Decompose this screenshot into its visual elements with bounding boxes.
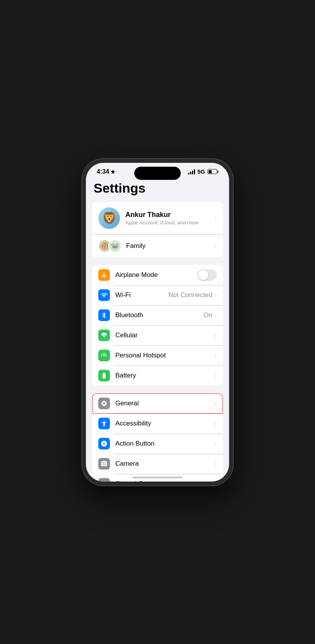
system-settings-card: General › Accessibility › Action But xyxy=(92,393,223,482)
page-title: Settings xyxy=(92,178,223,202)
profile-info: Ankur Thakur Apple Account, iCloud, and … xyxy=(125,211,215,225)
status-bar: 4:34 5G xyxy=(86,163,229,178)
wifi-value: Not Connected xyxy=(168,291,212,299)
family-avatar-2: 🐭 xyxy=(108,239,122,253)
toggle-knob xyxy=(198,270,208,280)
family-chevron: › xyxy=(215,243,217,249)
battery-label: Battery xyxy=(115,372,215,379)
control-center-icon xyxy=(98,478,110,482)
battery-icon xyxy=(207,169,218,174)
battery-body xyxy=(207,169,217,174)
airplane-icon xyxy=(98,269,110,281)
accessibility-label: Accessibility xyxy=(115,420,215,427)
wifi-chevron: › xyxy=(215,292,217,299)
general-label: General xyxy=(115,400,215,407)
time-display: 4:34 xyxy=(97,168,109,175)
hotspot-icon xyxy=(98,350,110,361)
hotspot-label: Personal Hotspot xyxy=(115,352,215,359)
battery-row[interactable]: Battery › xyxy=(92,366,223,386)
control-center-label: Control Center xyxy=(115,480,215,482)
action-button-chevron: › xyxy=(215,440,217,447)
airplane-mode-toggle[interactable] xyxy=(197,269,217,281)
bluetooth-label: Bluetooth xyxy=(115,311,204,319)
camera-chevron: › xyxy=(215,460,217,467)
avatar-emoji: 🦁 xyxy=(102,211,116,225)
camera-row[interactable]: Camera › xyxy=(92,454,223,474)
family-avatars: 🐵 🐭 xyxy=(98,239,122,253)
battery-setting-icon xyxy=(98,370,110,381)
status-time: 4:34 xyxy=(97,168,115,175)
bluetooth-value: On xyxy=(204,311,212,319)
action-button-label: Action Button xyxy=(115,440,215,448)
battery-tip xyxy=(217,171,218,173)
signal-bar-2 xyxy=(190,172,191,174)
accessibility-chevron: › xyxy=(215,420,217,427)
profile-chevron: › xyxy=(215,215,217,222)
screen: 4:34 5G xyxy=(86,163,229,482)
content-area: Settings 🦁 Ankur Thakur Apple Account, i… xyxy=(86,178,229,482)
camera-label: Camera xyxy=(115,460,215,468)
general-chevron: › xyxy=(215,400,217,407)
action-button-icon xyxy=(98,438,110,449)
cellular-chevron: › xyxy=(215,332,217,339)
profile-row[interactable]: 🦁 Ankur Thakur Apple Account, iCloud, an… xyxy=(92,202,223,234)
camera-icon xyxy=(98,458,110,470)
general-icon xyxy=(98,398,110,409)
family-label: Family xyxy=(126,242,215,250)
profile-card: 🦁 Ankur Thakur Apple Account, iCloud, an… xyxy=(92,202,223,257)
network-settings-card: Airplane Mode Wi-Fi Not Connected › xyxy=(92,265,223,386)
accessibility-icon xyxy=(98,418,110,429)
dynamic-island xyxy=(134,167,181,180)
signal-bar-3 xyxy=(192,171,193,174)
signal-bar-4 xyxy=(194,169,195,174)
bluetooth-chevron: › xyxy=(215,312,217,319)
cellular-row[interactable]: Cellular › xyxy=(92,325,223,345)
action-button-row[interactable]: Action Button › xyxy=(92,434,223,454)
status-right: 5G xyxy=(188,168,218,175)
battery-chevron: › xyxy=(215,372,217,379)
hotspot-row[interactable]: Personal Hotspot › xyxy=(92,345,223,366)
accessibility-row[interactable]: Accessibility › xyxy=(92,413,223,434)
bluetooth-row[interactable]: Bluetooth On › xyxy=(92,305,223,325)
home-indicator xyxy=(132,477,183,478)
location-icon xyxy=(111,169,115,174)
hotspot-chevron: › xyxy=(215,352,217,359)
signal-bar-1 xyxy=(188,173,189,174)
bluetooth-icon xyxy=(98,309,110,321)
wifi-icon xyxy=(98,289,110,301)
wifi-label: Wi-Fi xyxy=(115,291,168,299)
cellular-icon xyxy=(98,330,110,341)
signal-bars xyxy=(188,169,195,174)
wifi-row[interactable]: Wi-Fi Not Connected › xyxy=(92,285,223,305)
phone-frame: 4:34 5G xyxy=(82,159,233,485)
airplane-mode-label: Airplane Mode xyxy=(115,271,197,279)
airplane-mode-row[interactable]: Airplane Mode xyxy=(92,265,223,285)
family-row[interactable]: 🐵 🐭 Family › xyxy=(92,234,223,257)
control-center-chevron: › xyxy=(215,480,217,482)
general-row[interactable]: General › xyxy=(92,393,223,413)
network-indicator: 5G xyxy=(197,168,205,175)
battery-fill xyxy=(209,170,212,173)
profile-name: Ankur Thakur xyxy=(125,211,215,219)
profile-subtitle: Apple Account, iCloud, and more xyxy=(125,220,215,225)
cellular-label: Cellular xyxy=(115,331,215,339)
profile-avatar: 🦁 xyxy=(98,207,120,229)
